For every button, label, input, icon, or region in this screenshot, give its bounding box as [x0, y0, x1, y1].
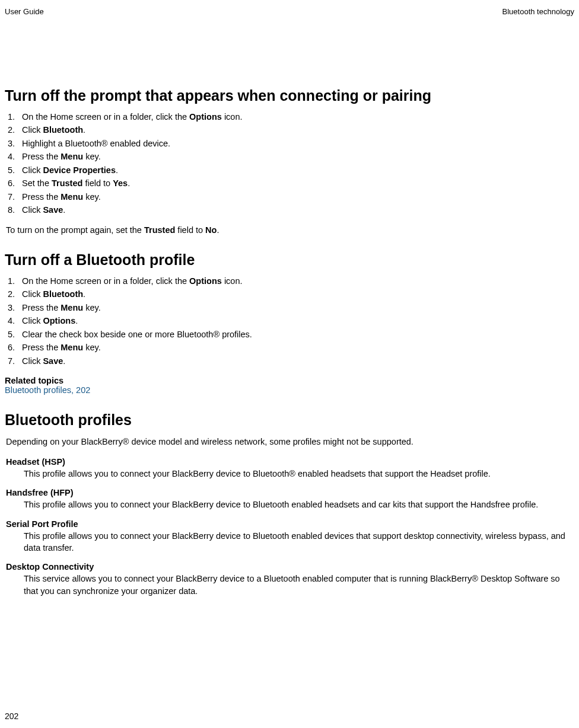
related-topic-link[interactable]: Bluetooth profiles, 202	[5, 385, 574, 395]
page-header: User Guide Bluetooth technology	[5, 7, 574, 16]
profile-desc: This profile allows you to connect your …	[24, 468, 574, 480]
profile-term: Headset (HSP)	[6, 457, 574, 467]
profile-desc: This profile allows you to connect your …	[24, 530, 574, 554]
list-item: Click Save.	[17, 355, 574, 368]
note-text: To turn on the prompt again, set the Tru…	[6, 225, 574, 235]
steps-list-2: On the Home screen or in a folder, click…	[12, 274, 574, 368]
list-item: Set the Trusted field to Yes.	[17, 177, 574, 190]
profile-term: Handsfree (HFP)	[6, 488, 574, 497]
profile-term: Serial Port Profile	[6, 519, 574, 529]
profile-term: Desktop Connectivity	[6, 562, 574, 571]
section-heading-turn-off-prompt: Turn off the prompt that appears when co…	[5, 87, 574, 104]
header-left: User Guide	[5, 7, 44, 16]
list-item: Press the Menu key.	[17, 150, 574, 163]
list-item: Click Bluetooth.	[17, 288, 574, 301]
list-item: Press the Menu key.	[17, 301, 574, 314]
section-heading-turn-off-profile: Turn off a Bluetooth profile	[5, 251, 574, 269]
list-item: Click Save.	[17, 203, 574, 216]
profile-desc: This service allows you to connect your …	[24, 573, 574, 597]
list-item: Click Bluetooth.	[17, 123, 574, 136]
list-item: Highlight a Bluetooth® enabled device.	[17, 137, 574, 150]
list-item: Press the Menu key.	[17, 341, 574, 354]
list-item: On the Home screen or in a folder, click…	[17, 110, 574, 123]
section-heading-bluetooth-profiles: Bluetooth profiles	[5, 411, 574, 429]
profile-desc: This profile allows you to connect your …	[24, 499, 574, 510]
header-right: Bluetooth technology	[502, 7, 574, 16]
list-item: Click Device Properties.	[17, 164, 574, 177]
list-item: Clear the check box beside one or more B…	[17, 328, 574, 341]
steps-list-1: On the Home screen or in a folder, click…	[12, 110, 574, 217]
page-number: 202	[5, 711, 18, 721]
list-item: Press the Menu key.	[17, 190, 574, 203]
list-item: On the Home screen or in a folder, click…	[17, 274, 574, 288]
profiles-intro-text: Depending on your BlackBerry® device mod…	[6, 437, 574, 446]
related-topics-heading: Related topics	[5, 376, 574, 385]
list-item: Click Options.	[17, 314, 574, 327]
